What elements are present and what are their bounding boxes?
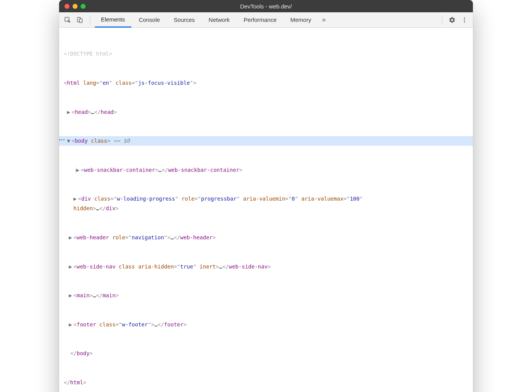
dom-body-close[interactable]: </body> — [59, 349, 473, 358]
dom-child-header[interactable]: ▶<web-header role="navigation">…</web-he… — [59, 233, 473, 242]
svg-point-4 — [464, 19, 465, 20]
toolbar-separator — [442, 15, 442, 25]
dom-child-progress[interactable]: ▶<div class="w-loading-progress" role="p… — [59, 194, 473, 213]
dom-child-sidenav[interactable]: ▶<web-side-nav class aria-hidden="true" … — [59, 262, 473, 272]
tab-elements[interactable]: Elements — [95, 12, 131, 28]
svg-rect-2 — [79, 19, 82, 23]
dom-tree[interactable]: <!DOCTYPE html> <html lang="en" class="j… — [59, 28, 473, 392]
devtools-window: DevTools - web.dev/ Elements Console Sou… — [59, 0, 473, 392]
dom-head[interactable]: ▶<head>…</head> — [59, 107, 473, 117]
dom-html-open[interactable]: <html lang="en" class="js-focus-visible"… — [59, 78, 473, 88]
svg-point-3 — [464, 17, 465, 18]
dom-child-snackbar[interactable]: ▶<web-snackbar-container>…</web-snackbar… — [59, 165, 473, 175]
dom-body-selected[interactable]: ▼<body class> == $0 — [59, 136, 473, 146]
tab-sources[interactable]: Sources — [168, 12, 201, 28]
svg-point-5 — [464, 21, 465, 22]
window-title: DevTools - web.dev/ — [59, 3, 473, 10]
toolbar-separator — [90, 15, 90, 25]
dom-child-main[interactable]: ▶<main>…</main> — [59, 291, 473, 300]
more-tabs-button[interactable]: » — [319, 12, 329, 28]
device-toolbar-icon[interactable] — [74, 15, 85, 25]
dom-html-close[interactable]: </html> — [59, 378, 473, 387]
tab-memory[interactable]: Memory — [284, 12, 317, 28]
titlebar: DevTools - web.dev/ — [59, 0, 473, 12]
gear-icon[interactable] — [447, 15, 458, 25]
main-toolbar: Elements Console Sources Network Perform… — [59, 12, 473, 28]
tab-performance[interactable]: Performance — [238, 12, 283, 28]
dom-doctype[interactable]: <!DOCTYPE html> — [59, 49, 473, 59]
dom-child-footer[interactable]: ▶<footer class="w-footer">…</footer> — [59, 320, 473, 329]
tab-console[interactable]: Console — [133, 12, 166, 28]
tab-network[interactable]: Network — [203, 12, 236, 28]
kebab-menu-icon[interactable] — [459, 15, 470, 25]
inspect-element-icon[interactable] — [62, 15, 73, 25]
